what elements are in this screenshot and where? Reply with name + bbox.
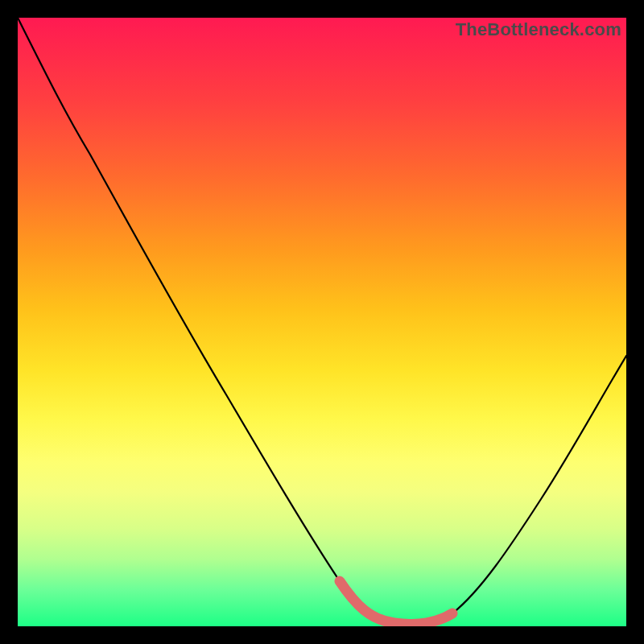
bottleneck-curve <box>18 18 626 625</box>
watermark-text: TheBottleneck.com <box>456 19 621 40</box>
highlight-segment <box>340 581 452 625</box>
curve-layer <box>18 18 626 626</box>
chart-frame: TheBottleneck.com <box>18 18 626 626</box>
